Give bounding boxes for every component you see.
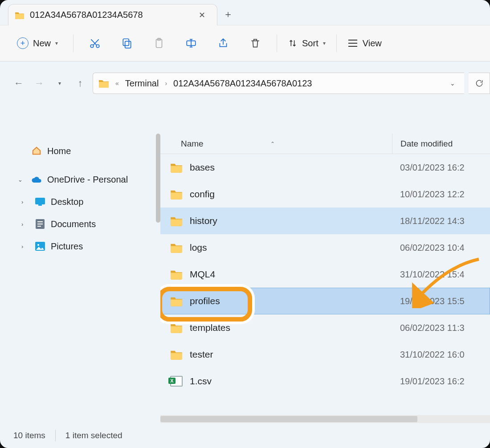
table-row[interactable]: bases03/01/2023 16:2 <box>160 154 490 181</box>
pictures-icon <box>35 241 45 252</box>
sidebar-scrollbar[interactable] <box>156 134 160 223</box>
sidebar-item-documents[interactable]: › Documents <box>13 213 158 235</box>
sidebar-item-pictures[interactable]: › Pictures <box>13 235 158 257</box>
forward-button[interactable]: → <box>31 75 47 91</box>
sidebar-item-label: Pictures <box>51 241 83 252</box>
toolbar: + New ▾ Sort ▾ View <box>0 25 490 61</box>
folder-icon <box>170 189 184 200</box>
svg-rect-3 <box>123 39 129 45</box>
table-row[interactable]: 1.csv19/01/2023 16:2 <box>160 368 490 395</box>
sidebar-item-home[interactable]: Home <box>13 140 158 162</box>
sort-label: Sort <box>302 38 318 49</box>
table-row[interactable]: config10/01/2023 12:2 <box>160 181 490 208</box>
file-date: 31/10/2022 16:0 <box>392 350 465 360</box>
explorer-window: 012A34A5678A01234A5678 ✕ ＋ + New ▾ <box>0 0 490 448</box>
column-name[interactable]: Name ⌃ <box>160 139 392 149</box>
address-bar[interactable]: « Terminal › 012A34A5678A01234A5678A0123… <box>93 73 464 94</box>
folder-icon <box>170 242 184 253</box>
refresh-icon <box>475 79 484 88</box>
new-tab-button[interactable]: ＋ <box>217 4 239 25</box>
table-row[interactable]: profiles19/01/2023 15:5 <box>160 288 490 314</box>
status-bar: 10 items 1 item selected <box>0 423 490 448</box>
breadcrumb-current[interactable]: 012A34A5678A01234A5678A0123 <box>173 78 312 89</box>
file-date: 06/02/2023 11:3 <box>392 323 465 333</box>
divider <box>73 34 74 52</box>
chevron-down-icon: ▾ <box>323 40 326 46</box>
scrollbar-thumb[interactable] <box>160 416 417 422</box>
sort-caret-icon: ⌃ <box>270 141 275 147</box>
close-icon[interactable]: ✕ <box>195 8 209 22</box>
back-button[interactable]: ← <box>11 75 27 91</box>
document-icon <box>35 219 45 229</box>
table-row[interactable]: MQL431/10/2022 15:4 <box>160 261 490 288</box>
folder-icon <box>170 322 184 333</box>
home-icon <box>31 146 42 156</box>
table-row[interactable]: logs06/02/2023 10:4 <box>160 234 490 261</box>
sort-icon <box>288 38 298 48</box>
column-header: Name ⌃ Date modified <box>160 134 490 154</box>
nav-row: ← → ▾ ↑ « Terminal › 012A34A5678A01234A5… <box>0 69 490 97</box>
file-name: history <box>190 216 392 226</box>
table-row[interactable]: tester31/10/2022 16:0 <box>160 341 490 368</box>
active-tab[interactable]: 012A34A5678A01234A5678 ✕ <box>8 4 217 25</box>
cut-button[interactable] <box>84 33 106 54</box>
svg-rect-11 <box>37 224 43 224</box>
selection-count: 1 item selected <box>65 431 122 440</box>
excel-icon <box>170 376 184 387</box>
table-row[interactable]: templates06/02/2023 11:3 <box>160 314 490 341</box>
sort-button[interactable]: Sort ▾ <box>288 38 326 49</box>
clipboard-icon <box>153 37 165 49</box>
table-row[interactable]: history18/11/2022 14:3 <box>160 208 490 234</box>
new-button[interactable]: + New ▾ <box>12 35 62 52</box>
sidebar-item-label: Home <box>47 146 71 156</box>
folder-icon <box>15 11 24 19</box>
rename-button[interactable] <box>180 33 202 54</box>
svg-rect-2 <box>125 41 131 48</box>
divider <box>55 430 56 441</box>
desktop-icon <box>35 196 45 207</box>
tab-title: 012A34A5678A01234A5678 <box>30 10 190 20</box>
delete-button[interactable] <box>245 33 266 54</box>
scissors-icon <box>89 37 101 49</box>
divider <box>277 34 277 52</box>
copy-button[interactable] <box>116 33 138 54</box>
breadcrumb-parent[interactable]: Terminal <box>125 78 159 89</box>
item-count: 10 items <box>13 431 45 440</box>
chevron-right-icon: › <box>21 243 29 250</box>
file-date: 18/11/2022 14:3 <box>392 216 465 226</box>
plus-icon: + <box>17 37 29 49</box>
view-button[interactable]: View <box>347 38 382 49</box>
folder-icon <box>170 269 184 280</box>
refresh-button[interactable] <box>469 73 490 94</box>
sidebar-item-onedrive[interactable]: ⌄ OneDrive - Personal <box>13 168 158 191</box>
cloud-icon <box>31 174 42 185</box>
file-pane: Name ⌃ Date modified bases03/01/2023 16:… <box>160 134 490 423</box>
svg-rect-10 <box>37 221 43 222</box>
copy-icon <box>121 37 133 49</box>
history-button[interactable]: ▾ <box>52 75 68 91</box>
sidebar: Home ⌄ OneDrive - Personal › Desktop › <box>0 134 160 423</box>
folder-icon <box>170 216 184 226</box>
divider <box>336 34 337 52</box>
share-icon <box>217 37 229 49</box>
sidebar-item-label: Desktop <box>51 197 83 207</box>
column-date[interactable]: Date modified <box>392 134 490 154</box>
folder-icon <box>170 162 184 173</box>
file-name: MQL4 <box>190 269 392 280</box>
svg-rect-12 <box>37 226 41 227</box>
up-button[interactable]: ↑ <box>72 75 88 91</box>
address-dropdown[interactable]: ⌄ <box>446 80 459 87</box>
chevron-right-icon: › <box>21 221 29 228</box>
sidebar-item-desktop[interactable]: › Desktop <box>13 191 158 213</box>
svg-point-0 <box>90 45 94 48</box>
file-date: 03/01/2023 16:2 <box>392 163 465 173</box>
horizontal-scrollbar[interactable] <box>160 415 490 423</box>
share-button[interactable] <box>212 33 234 54</box>
file-name: templates <box>190 322 392 333</box>
folder-icon <box>170 296 184 306</box>
new-label: New <box>33 38 51 49</box>
file-name: logs <box>190 242 392 253</box>
file-name: 1.csv <box>190 376 392 387</box>
chevron-right-icon: › <box>21 199 29 205</box>
paste-button[interactable] <box>148 33 170 54</box>
